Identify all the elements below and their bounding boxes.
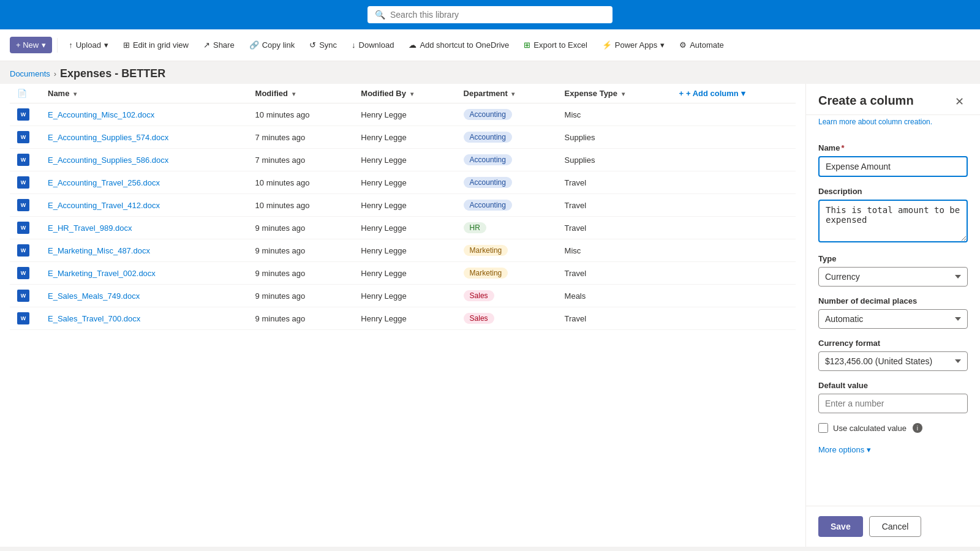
- expense-sort-icon: ▾: [622, 91, 625, 97]
- description-textarea[interactable]: [818, 200, 968, 242]
- power-apps-chevron: ▾: [660, 40, 665, 50]
- power-apps-label: Power Apps: [615, 40, 657, 50]
- share-icon: ↗: [203, 40, 210, 50]
- row-department-cell: Marketing: [456, 262, 557, 285]
- shortcut-button[interactable]: ☁ Add shortcut to OneDrive: [402, 37, 515, 53]
- file-name[interactable]: E_Accounting_Supplies_574.docx: [48, 133, 168, 142]
- row-name-cell: E_Sales_Travel_700.docx: [40, 307, 248, 330]
- row-icon-cell: W: [10, 239, 40, 262]
- row-department-cell: HR: [456, 217, 557, 239]
- panel-title: Create a column: [818, 94, 914, 108]
- table-row: W E_HR_Travel_989.docx 9 minutes ago Hen…: [10, 217, 796, 239]
- department-badge: Sales: [464, 290, 494, 301]
- decimal-select-wrapper: Automatic012345: [818, 309, 968, 329]
- decimal-select[interactable]: Automatic012345: [818, 309, 968, 329]
- department-badge: Sales: [464, 313, 494, 324]
- row-modified-by-cell: Henry Legge: [353, 171, 456, 194]
- file-name[interactable]: E_Accounting_Travel_412.docx: [48, 201, 160, 210]
- file-name[interactable]: E_HR_Travel_989.docx: [48, 223, 132, 233]
- more-options-chevron-icon: ▾: [867, 445, 871, 454]
- file-name[interactable]: E_Marketing_Travel_002.docx: [48, 269, 156, 278]
- default-value-field-group: Default value: [818, 381, 968, 413]
- modified-sort-icon: ▾: [292, 91, 295, 97]
- add-column-button[interactable]: + + Add column ▾: [679, 89, 788, 98]
- row-extra-cell: [671, 217, 796, 239]
- row-name-cell: E_Marketing_Misc_487.docx: [40, 239, 248, 262]
- name-field-group: Name*: [818, 143, 968, 177]
- default-value-input[interactable]: [818, 394, 968, 413]
- row-department-cell: Accounting: [456, 171, 557, 194]
- info-icon[interactable]: i: [913, 423, 922, 433]
- department-badge: Accounting: [464, 109, 512, 120]
- row-extra-cell: [671, 194, 796, 217]
- create-column-panel: Create a column ✕ Learn more about colum…: [805, 84, 980, 547]
- file-name[interactable]: E_Marketing_Misc_487.docx: [48, 246, 150, 255]
- currency-format-field-group: Currency format $123,456.00 (United Stat…: [818, 339, 968, 371]
- file-name[interactable]: E_Accounting_Misc_102.docx: [48, 110, 154, 119]
- sync-button[interactable]: ↺ Sync: [303, 37, 343, 53]
- type-select[interactable]: Single line of textMultiple lines of tex…: [818, 267, 968, 287]
- panel-body: Name* Description Type Single line of te…: [806, 133, 980, 506]
- row-modified-cell: 9 minutes ago: [248, 239, 354, 262]
- add-column-chevron: ▾: [741, 89, 745, 98]
- upload-button[interactable]: ↑ Upload ▾: [62, 37, 115, 53]
- search-bar[interactable]: 🔍: [368, 6, 612, 23]
- th-expense-type[interactable]: Expense Type ▾: [557, 84, 672, 103]
- row-name-cell: E_Sales_Meals_749.docx: [40, 285, 248, 307]
- row-modified-cell: 9 minutes ago: [248, 217, 354, 239]
- th-name[interactable]: Name ▾: [40, 84, 248, 103]
- breadcrumb-parent[interactable]: Documents: [10, 69, 50, 78]
- th-modified[interactable]: Modified ▾: [248, 84, 354, 103]
- copy-link-button[interactable]: 🔗 Copy link: [243, 37, 301, 53]
- new-button[interactable]: + New ▾: [10, 37, 52, 53]
- word-file-icon: W: [17, 312, 29, 324]
- search-input[interactable]: [390, 10, 605, 20]
- row-name-cell: E_Accounting_Supplies_586.docx: [40, 149, 248, 171]
- edit-grid-button[interactable]: ⊞ Edit in grid view: [117, 37, 195, 53]
- share-button[interactable]: ↗ Share: [197, 37, 241, 53]
- row-modified-cell: 10 minutes ago: [248, 194, 354, 217]
- automate-button[interactable]: ⚙ Automate: [673, 37, 730, 53]
- calculated-value-checkbox[interactable]: [818, 423, 828, 433]
- table-header: 📄 Name ▾ Modified ▾ Modified By ▾: [10, 84, 796, 103]
- power-apps-button[interactable]: ⚡ Power Apps ▾: [596, 37, 671, 53]
- row-expense-type-cell: Travel: [557, 194, 672, 217]
- required-indicator: *: [841, 143, 844, 152]
- department-badge: Marketing: [464, 245, 508, 256]
- cancel-button[interactable]: Cancel: [869, 516, 922, 537]
- more-options-button[interactable]: More options ▾: [818, 443, 871, 457]
- file-name[interactable]: E_Sales_Travel_700.docx: [48, 314, 140, 323]
- file-name[interactable]: E_Accounting_Supplies_586.docx: [48, 156, 168, 165]
- row-modified-by-cell: Henry Legge: [353, 239, 456, 262]
- row-icon-cell: W: [10, 126, 40, 149]
- row-icon-cell: W: [10, 149, 40, 171]
- row-modified-by-cell: Henry Legge: [353, 194, 456, 217]
- calculated-value-label[interactable]: Use calculated value: [833, 424, 907, 433]
- currency-format-select[interactable]: $123,456.00 (United States): [818, 351, 968, 371]
- row-expense-type-cell: Misc: [557, 103, 672, 126]
- file-name[interactable]: E_Sales_Meals_749.docx: [48, 291, 140, 301]
- export-button[interactable]: ⊞ Export to Excel: [518, 37, 593, 53]
- file-name[interactable]: E_Accounting_Travel_256.docx: [48, 178, 160, 187]
- learn-more-link[interactable]: Learn more about column creation.: [806, 115, 980, 133]
- table-row: W E_Accounting_Misc_102.docx 10 minutes …: [10, 103, 796, 126]
- department-badge: Accounting: [464, 132, 512, 143]
- row-department-cell: Sales: [456, 307, 557, 330]
- th-modified-by[interactable]: Modified By ▾: [353, 84, 456, 103]
- department-badge: Marketing: [464, 268, 508, 279]
- th-add-column[interactable]: + + Add column ▾: [671, 84, 796, 103]
- row-expense-type-cell: Travel: [557, 307, 672, 330]
- row-modified-by-cell: Henry Legge: [353, 149, 456, 171]
- word-file-icon: W: [17, 176, 29, 189]
- add-column-plus-icon: +: [679, 89, 684, 98]
- name-input[interactable]: [818, 156, 968, 177]
- edit-grid-label: Edit in grid view: [133, 40, 189, 50]
- close-button[interactable]: ✕: [951, 94, 968, 110]
- download-button[interactable]: ↓ Download: [345, 37, 400, 53]
- th-department[interactable]: Department ▾: [456, 84, 557, 103]
- calculated-value-row: Use calculated value i: [818, 423, 968, 433]
- row-icon-cell: W: [10, 307, 40, 330]
- save-button[interactable]: Save: [818, 516, 863, 537]
- description-field-label: Description: [818, 187, 968, 196]
- row-department-cell: Accounting: [456, 126, 557, 149]
